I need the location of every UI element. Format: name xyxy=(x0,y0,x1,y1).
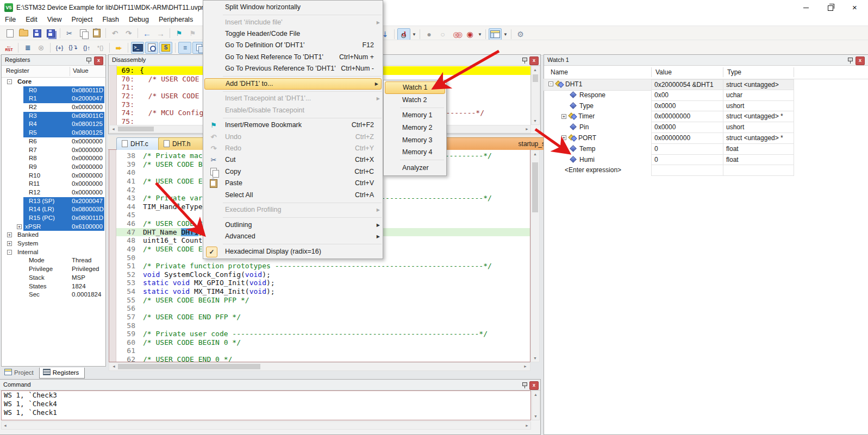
register-row[interactable]: R80x0000000 xyxy=(2,154,105,163)
register-row[interactable]: +Banked xyxy=(2,231,105,239)
close-icon[interactable]: x xyxy=(855,56,865,65)
close-icon[interactable]: x xyxy=(529,381,539,390)
tree-expander-icon[interactable]: + xyxy=(17,224,22,229)
save-all-button[interactable] xyxy=(45,27,57,39)
tree-expander-icon[interactable]: + xyxy=(561,114,566,119)
save-file-button[interactable] xyxy=(31,27,43,39)
tree-expander-icon[interactable]: - xyxy=(548,81,553,86)
menu-item-go-to-previous-reference-to-dht1[interactable]: Go To Previous Reference To 'DHT1'Ctrl+N… xyxy=(203,63,383,74)
code-line[interactable]: 51/* Private function prototypes -------… xyxy=(109,262,530,270)
register-row[interactable]: R120x0000000 xyxy=(2,188,105,197)
show-next-statement-button[interactable]: ≣ xyxy=(21,42,34,54)
register-row[interactable]: R110x0000000 xyxy=(2,180,105,188)
register-row[interactable]: R00x080011D xyxy=(2,86,105,95)
register-row[interactable]: R20x0000000 xyxy=(2,103,105,112)
command-window-button[interactable]: >_ xyxy=(131,42,144,54)
watch-row[interactable]: Pin0x0000ushort xyxy=(544,122,868,133)
disassembly-vscrollbar[interactable]: ▲ ▼ xyxy=(531,66,540,125)
code-line[interactable]: 52void SystemClock_Config(void); xyxy=(109,270,530,279)
watch-row[interactable]: +Timer0x00000000struct <untagged> * xyxy=(544,111,868,122)
register-row[interactable]: States1824 xyxy=(2,282,105,291)
navigate-back-button[interactable]: ← xyxy=(141,27,153,39)
pin-icon[interactable] xyxy=(85,56,92,64)
submenu-item-memory-3[interactable]: Memory 3 xyxy=(384,134,446,147)
copy-button[interactable] xyxy=(77,27,89,39)
breakpoint-kill-all-button[interactable]: ◉ xyxy=(464,28,476,40)
breakpoint-disable-all-button[interactable]: ◎◎ xyxy=(450,28,463,40)
minimize-button[interactable] xyxy=(794,0,818,15)
register-row[interactable]: -Core xyxy=(2,78,105,86)
tree-expander-icon[interactable]: + xyxy=(561,135,566,140)
window-layout-button[interactable] xyxy=(489,28,502,40)
new-file-button[interactable] xyxy=(4,27,16,39)
register-row[interactable]: ModeThread xyxy=(2,256,105,265)
go-button[interactable]: ➨ xyxy=(113,42,125,54)
navigate-forward-button[interactable]: → xyxy=(154,27,167,39)
run-to-line-button[interactable]: *{} xyxy=(94,42,107,54)
serial-window-button[interactable]: S xyxy=(159,42,172,54)
submenu-item-memory-4[interactable]: Memory 4 xyxy=(384,146,446,159)
menu-item-outlining[interactable]: Outlining▶ xyxy=(203,219,383,231)
previous-bookmark-button[interactable]: ⚑ xyxy=(186,27,199,39)
register-row[interactable]: R15 (PC)0x080011D xyxy=(2,214,105,223)
menu-view[interactable]: View xyxy=(42,15,67,24)
menu-item-hexadecimal-display-radix-16[interactable]: ✓Hexadecimal Display (radix=16) xyxy=(203,246,383,257)
toggle-bookmark-button[interactable]: ⚑ xyxy=(173,27,185,39)
code-line[interactable]: 59/* Private user code -----------------… xyxy=(109,330,530,338)
watch-row[interactable]: Humi0float xyxy=(544,155,868,166)
register-row[interactable]: -Internal xyxy=(2,248,105,257)
code-line[interactable]: 60/* USER CODE BEGIN 0 */ xyxy=(109,338,530,347)
code-line[interactable]: 62/* USER CODE END 0 */ xyxy=(109,355,530,362)
pin-icon[interactable] xyxy=(846,56,854,64)
workspace-tab-registers[interactable]: Registers xyxy=(39,368,85,379)
register-row[interactable]: StackMSP xyxy=(2,274,105,282)
submenu-item-watch-2[interactable]: Watch 2 xyxy=(384,94,446,106)
menu-item-paste[interactable]: PasteCtrl+V xyxy=(203,178,383,189)
menu-flash[interactable]: Flash xyxy=(97,15,124,24)
restore-button[interactable] xyxy=(818,0,842,15)
code-line[interactable]: 55/* USER CODE BEGIN PFP */ xyxy=(109,296,530,305)
register-row[interactable]: R13 (SP)0x2000047 xyxy=(2,197,105,206)
menu-item-add-dht1-to[interactable]: Add 'DHT1' to...▶ xyxy=(204,78,382,90)
register-row[interactable]: R90x0000000 xyxy=(2,163,105,172)
tree-expander-icon[interactable]: + xyxy=(7,241,12,246)
watch-row[interactable]: -DHT10x20000054 &DHT1struct <untagged> xyxy=(544,79,868,90)
watch-row[interactable]: Respone0x00uchar xyxy=(544,90,868,101)
register-row[interactable]: R70x0000000 xyxy=(2,146,105,155)
menu-file[interactable]: File xyxy=(0,15,21,24)
dropdown-caret-icon[interactable]: ▼ xyxy=(477,28,483,40)
watch-enter-expression-row[interactable]: <Enter expression> xyxy=(544,165,868,176)
disassembly-window-button[interactable] xyxy=(145,42,158,54)
editor-vscrollbar[interactable]: ▲ ▼ xyxy=(530,150,540,362)
step-over-button[interactable]: {}↴ xyxy=(67,42,79,54)
undo-button[interactable]: ↶ xyxy=(109,27,121,39)
paste-button[interactable] xyxy=(90,27,103,39)
menu-item-copy[interactable]: CopyCtrl+C xyxy=(203,166,383,178)
tree-expander-icon[interactable]: - xyxy=(7,250,12,255)
register-row[interactable]: R100x0000000 xyxy=(2,172,105,180)
breakpoint-toggle-button[interactable]: ● xyxy=(423,28,435,40)
menu-item-insert-remove-bookmark[interactable]: ⚑Insert/Remove BookmarkCtrl+F2 xyxy=(203,119,383,131)
menu-item-toggle-header-code-file[interactable]: Toggle Header/Code File xyxy=(203,28,383,40)
step-button[interactable]: {+} xyxy=(53,42,66,54)
menu-item-go-to-next-reference-to-dht1[interactable]: Go To Next Reference To 'DHT1'Ctrl+Num + xyxy=(203,52,383,63)
command-hscrollbar[interactable]: ◄ ► xyxy=(1,421,531,430)
register-row[interactable]: R10x2000047 xyxy=(2,94,105,103)
menu-item-select-all[interactable]: Select AllCtrl+A xyxy=(203,190,383,201)
code-line[interactable]: 53static void MX_GPIO_Init(void); xyxy=(109,279,530,287)
redo-button[interactable]: ↷ xyxy=(122,27,135,39)
menu-debug[interactable]: Debug xyxy=(124,15,154,24)
step-out-button[interactable]: {}↑ xyxy=(80,42,93,54)
workspace-tab-project[interactable]: Project xyxy=(1,368,39,378)
editor-hscrollbar[interactable]: ◄ ► xyxy=(109,362,530,371)
command-output[interactable]: WS 1, `Check3WS 1, `Check4WS 1, `Check1 xyxy=(1,390,531,420)
open-file-button[interactable] xyxy=(17,27,30,39)
close-icon[interactable]: x xyxy=(94,56,103,65)
configure-tools-button[interactable]: ⚙ xyxy=(514,28,527,40)
menu-peripherals[interactable]: Peripherals xyxy=(154,15,198,24)
find-in-files-button[interactable]: d xyxy=(397,28,410,40)
register-row[interactable]: +xPSR0x6100000 xyxy=(2,223,105,231)
register-row[interactable]: R30x080011C xyxy=(2,112,105,121)
stop-button[interactable]: ⊗ xyxy=(35,42,47,54)
dropdown-caret-icon[interactable]: ▼ xyxy=(411,28,417,40)
